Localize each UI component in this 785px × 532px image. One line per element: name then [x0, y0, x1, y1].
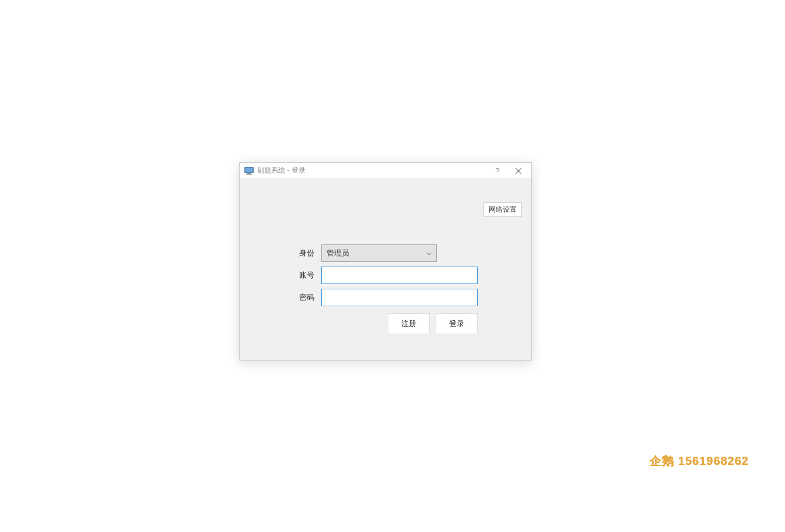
dialog-content: 网络设置 身份 管理员 账号: [240, 179, 531, 360]
login-button[interactable]: 登录: [436, 313, 478, 334]
close-icon: [516, 168, 521, 174]
password-input[interactable]: [321, 289, 478, 306]
account-row: 账号: [290, 267, 478, 284]
account-input[interactable]: [321, 267, 478, 284]
titlebar: 刷题系统 - 登录 ?: [240, 163, 531, 179]
password-row: 密码: [290, 289, 478, 306]
help-button[interactable]: ?: [487, 163, 508, 178]
role-select-value: 管理员: [327, 248, 349, 258]
login-dialog: 刷题系统 - 登录 ? 网络设置 身份 管理员: [239, 162, 532, 360]
role-row: 身份 管理员: [290, 244, 478, 262]
svg-rect-1: [246, 167, 253, 172]
svg-rect-2: [247, 173, 251, 174]
password-label: 密码: [290, 292, 314, 303]
button-row: 注册 登录: [290, 313, 478, 334]
window-title: 刷题系统 - 登录: [257, 166, 306, 176]
monitor-icon: [244, 167, 254, 175]
watermark-text: 企鹅 1561968262: [650, 453, 749, 469]
chevron-down-icon: [426, 249, 432, 258]
account-label: 账号: [290, 270, 314, 281]
login-form: 身份 管理员 账号: [290, 244, 478, 334]
svg-rect-3: [246, 174, 252, 174]
network-settings-button[interactable]: 网络设置: [483, 202, 522, 217]
register-button[interactable]: 注册: [388, 313, 430, 334]
close-button[interactable]: [508, 163, 529, 178]
role-label: 身份: [290, 248, 314, 258]
role-select[interactable]: 管理员: [321, 244, 437, 262]
